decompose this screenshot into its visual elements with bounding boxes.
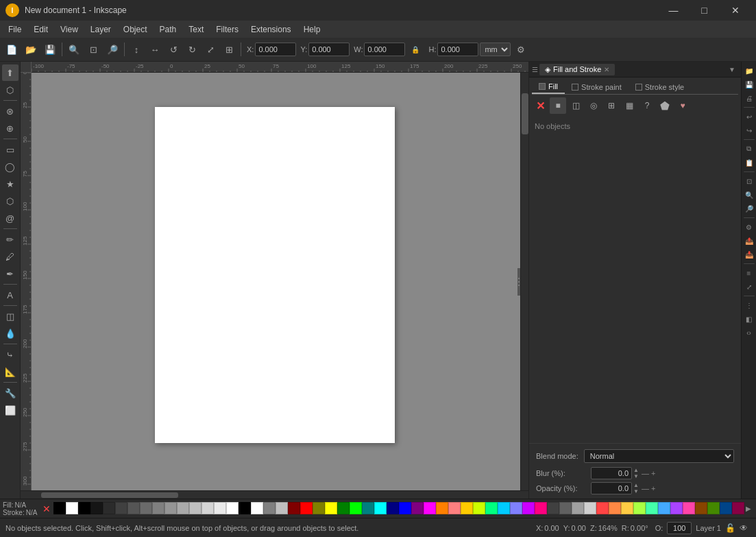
palette-color[interactable] [263, 502, 276, 514]
palette-color[interactable] [633, 502, 646, 514]
paint-linear-grad-button[interactable]: ◫ [568, 97, 584, 114]
palette-color[interactable] [288, 502, 300, 514]
rmt-export-btn[interactable]: 📤 [743, 235, 755, 247]
palette-color[interactable] [90, 502, 103, 514]
palette-color[interactable] [313, 502, 325, 514]
palette-color[interactable] [646, 502, 658, 514]
blur-input[interactable] [591, 467, 632, 479]
menu-item-filters[interactable]: Filters [210, 23, 244, 36]
rmt-print-btn[interactable]: 🖨 [743, 92, 755, 104]
palette-color[interactable] [510, 502, 522, 514]
rmt-transform-btn[interactable]: ⤢ [743, 281, 755, 293]
palette-color[interactable] [720, 502, 732, 514]
rmt-redo-btn[interactable]: ↪ [743, 124, 755, 136]
spray-tool[interactable]: 🔧 [2, 385, 19, 401]
select-tool[interactable]: ⬆ [2, 64, 19, 81]
maximize-button[interactable]: □ [689, 0, 720, 21]
menu-item-file[interactable]: File [3, 23, 27, 36]
stroke-paint-tab[interactable]: Stroke paint [565, 80, 629, 94]
rmt-save-btn[interactable]: 💾 [743, 78, 755, 91]
palette-color[interactable] [152, 502, 164, 514]
menu-item-edit[interactable]: Edit [28, 23, 53, 36]
palette-color[interactable] [670, 502, 683, 514]
eraser-tool[interactable]: ⬜ [2, 402, 19, 418]
rmt-layers-btn[interactable]: ◧ [743, 313, 755, 325]
zoom-out-button[interactable]: 🔍 [65, 40, 83, 58]
zoom-in-button[interactable]: 🔎 [103, 40, 121, 58]
rmt-paste-btn[interactable]: 📋 [743, 156, 755, 169]
rmt-zoom-in-btn[interactable]: 🔍 [743, 189, 755, 201]
ellipse-tool[interactable]: ◯ [2, 158, 19, 175]
palette-color[interactable] [350, 502, 362, 514]
blur-increment[interactable]: ▲ [633, 467, 639, 473]
palette-color[interactable] [559, 502, 572, 514]
palette-color[interactable] [399, 502, 411, 514]
transform-btn-4[interactable]: ↻ [183, 40, 201, 58]
panel-collapse-btn[interactable]: ▼ [726, 63, 738, 75]
measure-tool[interactable]: 📐 [2, 363, 19, 380]
opacity-input[interactable] [591, 482, 632, 494]
rmt-xml-btn[interactable]: ‹› [743, 326, 755, 339]
transform-btn-6[interactable]: ⊞ [220, 40, 238, 58]
snap-button[interactable]: ⚙ [512, 40, 530, 58]
palette-color[interactable] [547, 502, 559, 514]
transform-btn-3[interactable]: ↺ [164, 40, 182, 58]
palette-color[interactable] [189, 502, 202, 514]
palette-color[interactable] [177, 502, 189, 514]
rmt-import-btn[interactable]: 📥 [743, 248, 755, 261]
palette-color[interactable] [596, 502, 609, 514]
panel-close-icon[interactable]: ✕ [604, 66, 609, 73]
open-button[interactable]: 📂 [22, 40, 40, 58]
horizontal-scrollbar-thumb[interactable] [41, 492, 178, 498]
rmt-open-btn[interactable]: 📁 [743, 64, 755, 77]
palette-color[interactable] [337, 502, 350, 514]
palette-color[interactable] [53, 502, 66, 514]
new-button[interactable]: 📄 [3, 40, 21, 58]
vertical-scrollbar[interactable] [520, 73, 528, 490]
palette-color[interactable] [461, 502, 473, 514]
rmt-align-btn[interactable]: ≡ [743, 267, 755, 279]
palette-color[interactable] [325, 502, 337, 514]
node-tool[interactable]: ⬡ [2, 82, 19, 98]
palette-color[interactable] [251, 502, 263, 514]
text-tool[interactable]: A [2, 287, 19, 303]
paint-unset-button[interactable]: ♥ [674, 97, 691, 114]
menu-item-help[interactable]: Help [298, 23, 326, 36]
paint-mesh-grad-button[interactable]: ⊞ [603, 97, 620, 114]
palette-color[interactable] [387, 502, 399, 514]
palette-color[interactable] [300, 502, 313, 514]
palette-color[interactable] [658, 502, 670, 514]
palette-color[interactable] [621, 502, 633, 514]
w-input[interactable] [364, 43, 405, 56]
x-input[interactable] [255, 43, 296, 56]
opacity-field-status[interactable] [667, 522, 692, 534]
palette-color[interactable] [485, 502, 498, 514]
blend-mode-select[interactable]: Normal Multiply Screen Overlay Darken Li… [584, 449, 734, 463]
spiral-tool[interactable]: @ [2, 210, 19, 226]
paint-pattern-button[interactable]: ▦ [621, 97, 637, 114]
unit-select[interactable]: mm px cm in [480, 43, 511, 56]
calligraphy-tool[interactable]: ✒ [2, 265, 19, 282]
palette-color[interactable] [584, 502, 596, 514]
menu-item-view[interactable]: View [55, 23, 84, 36]
palette-color[interactable] [707, 502, 720, 514]
palette-color[interactable] [522, 502, 535, 514]
connector-tool[interactable]: ⤷ [2, 346, 19, 363]
palette-color[interactable] [732, 502, 744, 514]
stroke-style-tab[interactable]: Stroke style [629, 80, 691, 94]
palette-color[interactable] [695, 502, 707, 514]
palette-color[interactable] [683, 502, 695, 514]
rmt-more-btn[interactable]: ⋮ [743, 299, 755, 311]
palette-color[interactable] [276, 502, 288, 514]
minimize-button[interactable]: — [658, 0, 689, 21]
layer-lock-icon[interactable]: 🔓 [725, 523, 735, 533]
palette-color[interactable] [164, 502, 177, 514]
fill-section-tab[interactable]: Fill [532, 80, 565, 94]
menu-item-text[interactable]: Text [183, 23, 209, 36]
remove-color-button[interactable]: ✕ [40, 502, 53, 516]
palette-color[interactable] [115, 502, 127, 514]
paint-unknown-button[interactable]: ? [639, 97, 655, 114]
canvas-viewport[interactable] [32, 73, 520, 490]
opacity-decrement[interactable]: ▼ [633, 488, 639, 494]
palette-color[interactable] [103, 502, 115, 514]
